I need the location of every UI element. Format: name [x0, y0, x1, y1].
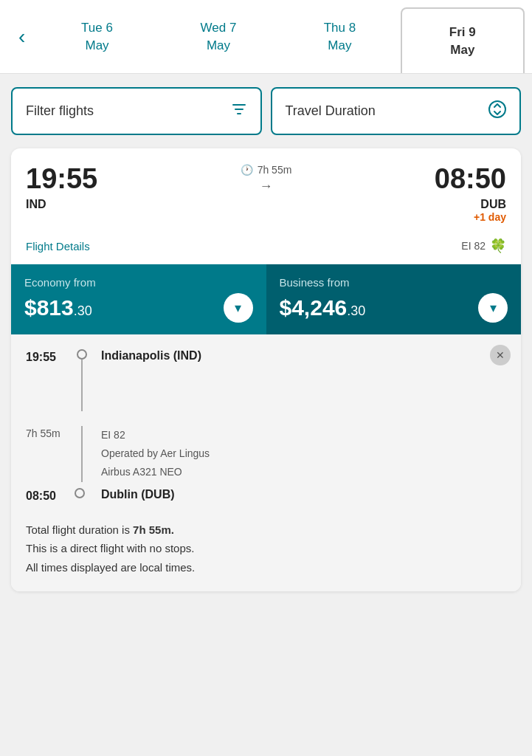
- filter-flights-label: Filter flights: [26, 103, 94, 119]
- date-tab-wed-line1: Wed 7: [201, 19, 237, 37]
- arrival-info: DUB +1 day: [474, 198, 506, 223]
- economy-label: Economy from: [24, 276, 253, 289]
- date-nav: ‹ Tue 6 May Wed 7 May Thu 8 May Fri 9 Ma…: [0, 0, 532, 74]
- filter-flights-button[interactable]: Filter flights: [11, 87, 262, 135]
- flight-number-detail: EI 82: [101, 426, 210, 444]
- arrival-code: DUB: [474, 198, 506, 211]
- arrival-dot-line: [75, 488, 89, 498]
- flight-summary: Total flight duration is 7h 55m. This is…: [26, 520, 506, 577]
- date-tabs: Tue 6 May Wed 7 May Thu 8 May Fri 9 May: [36, 0, 525, 73]
- date-tab-thu-line2: May: [328, 37, 351, 55]
- flight-num-text: EI 82: [461, 240, 486, 252]
- arrival-stop: 08:50 Dublin (DUB): [26, 488, 506, 503]
- business-price: $4,246.30: [280, 295, 366, 320]
- segment-divider: [75, 426, 89, 482]
- flight-details-panel: ✕ 19:55 Indianapolis (IND) 7h 55m EI 82 …: [11, 334, 521, 591]
- filter-icon: [231, 101, 247, 121]
- date-tab-fri[interactable]: Fri 9 May: [401, 7, 525, 73]
- travel-duration-button[interactable]: Travel Duration: [271, 87, 522, 135]
- segment-duration: 7h 55m: [26, 426, 63, 482]
- summary-line2: This is a direct flight with no stops.: [26, 542, 194, 554]
- flight-card: 19:55 🕐 7h 55m → 08:50 IND DUB +1 day Fl…: [11, 148, 521, 591]
- summary-duration: 7h 55m.: [133, 523, 174, 536]
- flight-duration-center: 🕐 7h 55m →: [97, 164, 435, 194]
- duration-label: 🕐 7h 55m: [241, 164, 292, 176]
- departure-code: IND: [26, 198, 46, 211]
- date-tab-thu-line1: Thu 8: [324, 19, 356, 37]
- clock-icon: 🕐: [241, 164, 253, 176]
- route-timeline: 19:55 Indianapolis (IND): [26, 349, 506, 411]
- date-tab-thu[interactable]: Thu 8 May: [279, 0, 400, 73]
- economy-price-minor: .30: [74, 303, 92, 318]
- business-pricing[interactable]: Business from $4,246.30 ▾: [266, 264, 522, 334]
- segment-details: EI 82 Operated by Aer Lingus Airbus A321…: [101, 426, 210, 482]
- flight-times: 19:55 🕐 7h 55m → 08:50: [26, 163, 506, 195]
- flight-meta: Flight Details EI 82 🍀: [11, 230, 521, 264]
- flight-details-link[interactable]: Flight Details: [26, 240, 90, 252]
- economy-pricing[interactable]: Economy from $813.30 ▾: [11, 264, 266, 334]
- economy-price-row: $813.30 ▾: [24, 293, 253, 323]
- departure-line: [81, 360, 83, 411]
- business-dropdown-button[interactable]: ▾: [478, 293, 508, 323]
- segment-info: 7h 55m EI 82 Operated by Aer Lingus Airb…: [26, 426, 506, 482]
- departure-dot-line: [75, 349, 89, 411]
- departure-name: Indianapolis (IND): [101, 349, 201, 362]
- economy-price: $813.30: [24, 295, 92, 320]
- back-button[interactable]: ‹: [7, 18, 36, 56]
- date-tab-fri-line1: Fri 9: [449, 24, 476, 41]
- summary-line3: All times displayed are local times.: [26, 561, 195, 574]
- arrival-dot: [75, 488, 85, 498]
- operator-detail: Operated by Aer Lingus: [101, 444, 210, 463]
- date-tab-tue-line1: Tue 6: [81, 19, 113, 37]
- date-tab-wed[interactable]: Wed 7 May: [158, 0, 279, 73]
- close-button[interactable]: ✕: [490, 345, 511, 365]
- business-price-minor: .30: [347, 303, 365, 318]
- business-label: Business from: [280, 276, 508, 289]
- arrival-stop-time: 08:50: [26, 488, 63, 503]
- arrow-right-icon: →: [260, 179, 273, 194]
- filter-bar: Filter flights Travel Duration: [0, 74, 532, 148]
- arrival-time: 08:50: [435, 163, 506, 195]
- arrival-name: Dublin (DUB): [101, 488, 175, 501]
- departure-stop: 19:55 Indianapolis (IND): [26, 349, 506, 411]
- aircraft-detail: Airbus A321 NEO: [101, 463, 210, 481]
- business-price-major: $4,246: [280, 295, 348, 320]
- date-tab-tue[interactable]: Tue 6 May: [36, 0, 157, 73]
- departure-dot: [77, 349, 87, 360]
- travel-duration-label: Travel Duration: [286, 103, 376, 119]
- sort-icon: [488, 100, 506, 122]
- segment-line: [81, 426, 83, 482]
- duration-text: 7h 55m: [258, 164, 292, 176]
- summary-line1: Total flight duration is: [26, 523, 133, 536]
- date-tab-tue-line2: May: [85, 37, 108, 55]
- flight-number: EI 82 🍀: [461, 238, 506, 254]
- pricing-section: Economy from $813.30 ▾ Business from $4,…: [11, 264, 521, 334]
- flight-airports: IND DUB +1 day: [26, 198, 506, 223]
- date-tab-fri-line2: May: [450, 41, 474, 59]
- shamrock-icon: 🍀: [490, 238, 506, 254]
- business-price-row: $4,246.30 ▾: [280, 293, 508, 323]
- departure-time: 19:55: [26, 163, 97, 195]
- flight-header: 19:55 🕐 7h 55m → 08:50 IND DUB +1 day: [11, 148, 521, 230]
- date-tab-wed-line2: May: [207, 37, 230, 55]
- departure-stop-time: 19:55: [26, 349, 63, 364]
- economy-dropdown-button[interactable]: ▾: [224, 293, 253, 323]
- plus-day-badge: +1 day: [474, 211, 506, 223]
- economy-price-major: $813: [24, 295, 74, 320]
